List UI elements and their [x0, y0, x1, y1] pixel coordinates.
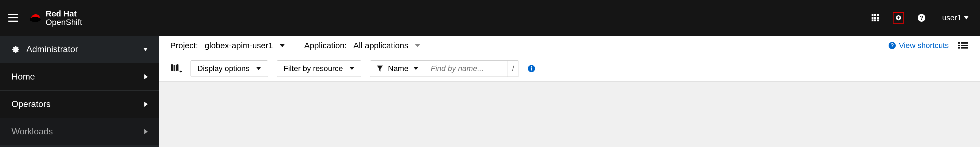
perspective-label: Administrator — [26, 44, 78, 54]
user-label: user1 — [942, 13, 961, 22]
svg-rect-3 — [877, 14, 879, 16]
svg-text:+: + — [180, 68, 182, 74]
sidebar-item-label: Workloads — [11, 126, 53, 137]
brand-line2: OpenShift — [46, 18, 82, 27]
svg-rect-20 — [961, 45, 968, 46]
project-selector[interactable]: Project: globex-apim-user1 — [170, 41, 285, 50]
svg-rect-2 — [874, 14, 876, 16]
application-selector[interactable]: Application: All applications — [304, 41, 420, 50]
caret-down-icon — [256, 67, 261, 70]
name-filter: Name / — [370, 60, 519, 77]
display-options-dropdown[interactable]: Display options — [191, 60, 268, 77]
caret-down-icon — [414, 67, 418, 70]
filter-by-resource-dropdown[interactable]: Filter by resource — [277, 60, 361, 77]
hamburger-menu-button[interactable] — [8, 14, 18, 22]
project-label: Project: — [170, 41, 198, 50]
topology-canvas[interactable] — [159, 82, 980, 147]
view-shortcuts-link[interactable]: ? View shortcuts — [888, 41, 949, 50]
svg-rect-5 — [874, 17, 876, 19]
sidebar: Administrator Home Operators Workloads — [0, 36, 159, 147]
sidebar-item-label: Operators — [11, 99, 51, 109]
keyboard-shortcut-hint: / — [508, 61, 519, 76]
sidebar-item-workloads[interactable]: Workloads — [0, 118, 159, 145]
book-plus-icon: + — [170, 63, 182, 74]
masthead-right: ? user1 — [870, 12, 972, 24]
add-to-project-button[interactable]: + — [170, 63, 182, 74]
caret-down-icon — [964, 16, 969, 19]
svg-rect-9 — [877, 19, 879, 21]
filter-by-resource-label: Filter by resource — [283, 64, 343, 73]
app-launcher-button[interactable] — [870, 12, 881, 24]
svg-text:i: i — [531, 66, 532, 71]
name-filter-label: Name — [388, 64, 409, 73]
svg-rect-19 — [958, 45, 960, 46]
sidebar-item-operators[interactable]: Operators — [0, 90, 159, 118]
svg-rect-6 — [877, 17, 879, 19]
filter-icon — [377, 66, 383, 71]
masthead-left: Red Hat OpenShift — [8, 9, 82, 27]
application-label: Application: — [304, 41, 347, 50]
svg-rect-4 — [872, 17, 873, 19]
brand-logo[interactable]: Red Hat OpenShift — [29, 9, 82, 27]
display-options-label: Display options — [197, 64, 250, 73]
svg-rect-8 — [874, 19, 876, 21]
svg-text:?: ? — [920, 14, 923, 21]
add-button[interactable] — [893, 12, 904, 24]
list-icon — [958, 42, 968, 49]
svg-rect-18 — [961, 42, 968, 44]
project-value: globex-apim-user1 — [205, 41, 273, 50]
svg-rect-7 — [872, 19, 873, 21]
caret-down-icon — [143, 48, 148, 51]
caret-down-icon — [350, 67, 355, 70]
redhat-fedora-icon — [29, 13, 41, 23]
svg-rect-22 — [961, 47, 968, 49]
plus-circle-icon — [896, 14, 901, 22]
brand-line1: Red Hat — [46, 9, 82, 18]
svg-rect-12 — [897, 17, 900, 18]
svg-rect-17 — [958, 42, 960, 44]
project-bar: Project: globex-apim-user1 Application: … — [159, 36, 980, 55]
sidebar-item-label: Home — [11, 71, 35, 82]
masthead: Red Hat OpenShift ? user1 — [0, 0, 980, 36]
list-view-toggle[interactable] — [958, 40, 969, 51]
shortcuts-label: View shortcuts — [899, 41, 949, 50]
topology-toolbar: + Display options Filter by resource Nam… — [159, 55, 980, 82]
brand-text: Red Hat OpenShift — [46, 9, 82, 27]
chevron-right-icon — [145, 102, 148, 107]
question-circle-icon: ? — [917, 14, 926, 22]
find-by-name-input[interactable] — [425, 61, 508, 76]
svg-rect-21 — [958, 47, 960, 49]
svg-text:?: ? — [891, 42, 894, 48]
name-filter-type[interactable]: Name — [370, 61, 425, 76]
perspective-switcher[interactable]: Administrator — [0, 36, 159, 63]
gear-icon — [11, 45, 20, 54]
application-value: All applications — [353, 41, 408, 50]
sidebar-item-home[interactable]: Home — [0, 63, 159, 90]
svg-rect-1 — [872, 14, 873, 16]
svg-rect-23 — [174, 65, 175, 71]
chevron-right-icon — [145, 129, 148, 134]
caret-down-icon — [415, 44, 420, 47]
info-icon[interactable]: i — [528, 65, 535, 73]
chevron-right-icon — [145, 74, 148, 79]
grid-icon — [871, 13, 880, 22]
svg-point-0 — [30, 17, 41, 22]
caret-down-icon — [280, 44, 285, 47]
help-button[interactable]: ? — [916, 12, 927, 24]
question-circle-icon: ? — [888, 42, 896, 49]
user-menu[interactable]: user1 — [939, 13, 972, 22]
